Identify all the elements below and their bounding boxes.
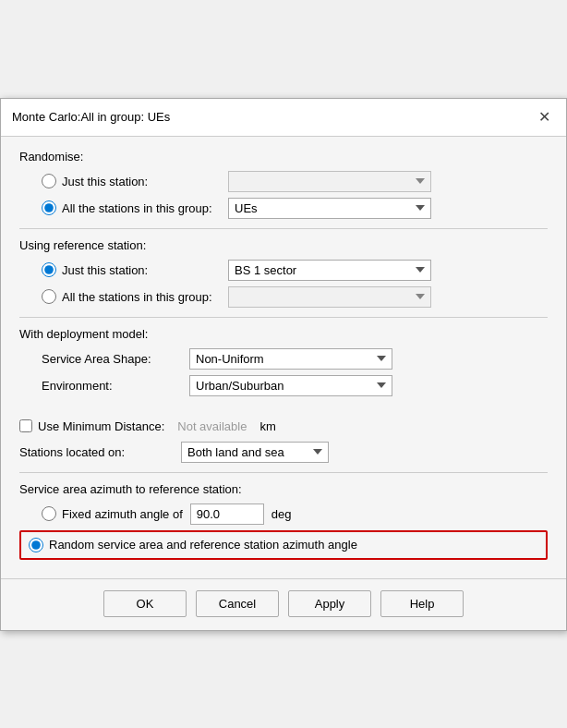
distance-unit: km [259,419,275,433]
randomise-all-stations-dropdown[interactable]: UEs [228,198,431,219]
bottom-buttons: OK Cancel Apply Help [1,578,566,630]
ref-just-this-radio[interactable] [42,262,56,277]
help-button[interactable]: Help [380,590,464,617]
environment-row: Environment: Urban/Suburban Rural Dense … [19,375,548,396]
spacer-1 [19,402,548,417]
separator-1 [19,228,548,229]
environment-dropdown[interactable]: Urban/Suburban Rural Dense Urban [189,375,392,396]
title-bar: Monte Carlo:All in group: UEs ✕ [1,99,566,137]
ref-all-group-row: All the stations in this group: [19,286,548,308]
randomise-all-stations-row: All the stations in this group: UEs [19,198,548,219]
stations-located-row: Stations located on: Both land and sea L… [19,442,548,463]
close-button[interactable]: ✕ [533,106,555,128]
ref-all-group-label: All the stations in this group: [62,290,228,304]
service-area-shape-row: Service Area Shape: Non-Uniform Uniform … [19,348,548,370]
service-area-shape-label: Service Area Shape: [42,352,189,366]
separator-2 [19,317,548,318]
not-available-text: Not available [172,417,252,436]
ref-just-this-label: Just this station: [62,263,228,277]
randomise-just-this-row: Just this station: [19,171,548,192]
random-azimuth-highlighted-row: Random service area and reference statio… [19,530,548,560]
dialog-title: Monte Carlo:All in group: UEs [12,110,170,124]
fixed-azimuth-label: Fixed azimuth angle of [62,507,183,521]
fixed-azimuth-input[interactable] [190,504,264,525]
dialog: Monte Carlo:All in group: UEs ✕ Randomis… [0,98,567,631]
ref-just-this-dropdown[interactable]: BS 1 sector [228,260,431,281]
randomise-label: Randomise: [19,150,548,164]
random-azimuth-label: Random service area and reference statio… [49,538,357,552]
fixed-azimuth-row: Fixed azimuth angle of deg [19,504,548,525]
randomise-just-this-radio[interactable] [42,174,56,188]
min-distance-checkbox[interactable] [19,419,32,432]
service-area-shape-dropdown[interactable]: Non-Uniform Uniform Custom [189,348,392,370]
ref-all-group-radio[interactable] [42,289,56,304]
random-azimuth-radio[interactable] [29,538,43,552]
dialog-body: Randomise: Just this station: All the st… [1,137,566,578]
fixed-azimuth-radio[interactable] [42,506,56,521]
min-distance-label: Use Minimum Distance: [38,419,164,433]
environment-label: Environment: [42,379,189,393]
ref-just-this-row: Just this station: BS 1 sector [19,260,548,281]
deployment-model-label: With deployment model: [19,327,548,341]
randomise-all-stations-radio[interactable] [42,200,56,215]
randomise-all-stations-label: All the stations in this group: [62,201,228,215]
ok-button[interactable]: OK [103,590,187,617]
apply-button[interactable]: Apply [288,590,371,617]
stations-located-dropdown[interactable]: Both land and sea Land only Sea only [181,442,329,463]
ref-all-group-dropdown[interactable] [228,286,431,308]
randomise-just-this-label: Just this station: [62,175,228,188]
azimuth-unit: deg [271,507,292,521]
reference-station-label: Using reference station: [19,238,548,252]
randomise-just-this-dropdown[interactable] [228,171,431,192]
azimuth-label: Service area azimuth to reference statio… [19,482,548,496]
stations-located-label: Stations located on: [19,445,181,459]
separator-3 [19,472,548,473]
cancel-button[interactable]: Cancel [196,590,279,617]
min-distance-row: Use Minimum Distance: Not available km [19,417,548,436]
